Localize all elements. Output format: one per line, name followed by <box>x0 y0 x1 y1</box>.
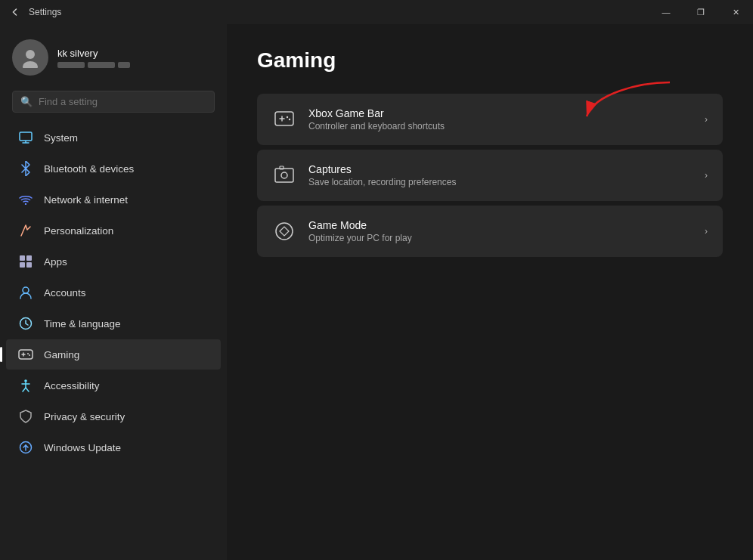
sidebar-item-label-accessibility: Accessibility <box>44 380 100 391</box>
restore-button[interactable]: ❐ <box>683 0 718 24</box>
minimize-button[interactable]: — <box>649 0 683 24</box>
xbox-game-bar-title: Xbox Game Bar <box>308 107 693 119</box>
svg-point-15 <box>27 353 29 354</box>
svg-point-0 <box>26 50 35 59</box>
svg-rect-6 <box>20 255 25 261</box>
xbox-game-bar-icon <box>272 107 296 131</box>
captures-subtitle: Save location, recording preferences <box>308 177 693 187</box>
sidebar-item-system[interactable]: System <box>6 122 221 153</box>
svg-rect-2 <box>20 132 32 141</box>
sidebar-item-privacy[interactable]: Privacy & security <box>6 401 221 432</box>
sidebar-item-network[interactable]: Network & internet <box>6 184 221 215</box>
titlebar-back-button[interactable] <box>9 6 21 18</box>
sidebar-item-accounts[interactable]: Accounts <box>6 277 221 308</box>
accessibility-icon <box>18 378 33 393</box>
svg-point-28 <box>289 119 290 120</box>
user-bar-3 <box>118 62 130 68</box>
accounts-icon <box>18 285 33 300</box>
close-button[interactable]: ✕ <box>718 0 753 24</box>
game-mode-icon <box>272 219 296 243</box>
svg-line-21 <box>26 388 29 391</box>
sidebar-item-label-bluetooth: Bluetooth & devices <box>44 163 134 175</box>
svg-line-20 <box>23 388 26 391</box>
svg-point-31 <box>281 172 287 178</box>
sidebar-item-windows-update[interactable]: Windows Update <box>6 432 221 463</box>
apps-icon <box>18 254 33 269</box>
page-title: Gaming <box>257 48 723 73</box>
titlebar-controls: — ❐ ✕ <box>649 0 753 24</box>
search-box[interactable]: 🔍 <box>12 91 215 113</box>
sidebar-item-bluetooth[interactable]: Bluetooth & devices <box>6 153 221 184</box>
xbox-game-bar-text: Xbox Game Bar Controller and keyboard sh… <box>308 107 693 131</box>
chevron-right-icon: › <box>705 114 708 125</box>
time-icon <box>18 316 33 331</box>
svg-point-10 <box>23 287 29 293</box>
search-input[interactable] <box>39 96 206 107</box>
bluetooth-icon <box>18 161 33 176</box>
user-name: kk silvery <box>57 48 130 59</box>
game-mode-subtitle: Optimize your PC for play <box>308 233 693 243</box>
captures-title: Captures <box>308 163 693 175</box>
sidebar-item-label-personalization: Personalization <box>44 225 113 237</box>
sidebar-item-gaming[interactable]: Gaming <box>6 339 221 370</box>
captures-text: Captures Save location, recording prefer… <box>308 163 693 187</box>
user-bar-1 <box>57 62 85 68</box>
sidebar-item-label-network: Network & internet <box>44 194 128 206</box>
svg-rect-30 <box>275 169 293 182</box>
user-info: kk silvery <box>57 48 130 68</box>
svg-rect-8 <box>20 262 25 268</box>
svg-rect-12 <box>19 350 33 359</box>
main-layout: kk silvery 🔍 <box>0 24 753 560</box>
xbox-game-bar-subtitle: Controller and keyboard shortcuts <box>308 121 693 131</box>
sidebar-item-apps[interactable]: Apps <box>6 246 221 277</box>
sidebar-item-label-gaming: Gaming <box>44 349 79 360</box>
user-bars <box>57 62 130 68</box>
svg-point-1 <box>23 61 38 68</box>
sidebar-item-personalization[interactable]: Personalization <box>6 215 221 246</box>
titlebar-title: Settings <box>29 7 61 17</box>
game-mode-text: Game Mode Optimize your PC for play <box>308 219 693 243</box>
user-profile[interactable]: kk silvery <box>0 24 227 88</box>
settings-card-game-mode[interactable]: Game Mode Optimize your PC for play › <box>257 206 723 257</box>
captures-icon <box>272 163 296 187</box>
windows-update-icon <box>18 440 33 455</box>
avatar <box>12 39 48 76</box>
svg-point-27 <box>287 116 288 118</box>
network-icon <box>18 192 33 207</box>
search-container: 🔍 <box>0 88 227 122</box>
personalization-icon <box>18 223 33 238</box>
sidebar-item-label-accounts: Accounts <box>44 287 86 299</box>
sidebar-item-label-system: System <box>44 132 78 144</box>
user-bar-2 <box>88 62 115 68</box>
content-area: Gaming Xbox Game Bar Controller and keyb… <box>227 24 753 560</box>
search-icon: 🔍 <box>20 96 33 107</box>
settings-card-xbox-game-bar[interactable]: Xbox Game Bar Controller and keyboard sh… <box>257 94 723 145</box>
sidebar-item-accessibility[interactable]: Accessibility <box>6 370 221 401</box>
sidebar-item-time[interactable]: Time & language <box>6 308 221 339</box>
xbox-card-wrapper: Xbox Game Bar Controller and keyboard sh… <box>257 94 723 145</box>
sidebar-nav: System Bluetooth & devices <box>0 122 227 463</box>
sidebar-item-label-windows-update: Windows Update <box>44 442 121 453</box>
sidebar-item-label-apps: Apps <box>44 256 67 268</box>
titlebar: Settings — ❐ ✕ <box>0 0 753 24</box>
chevron-right-icon-3: › <box>705 226 708 237</box>
svg-point-16 <box>29 354 30 356</box>
chevron-right-icon-2: › <box>705 170 708 181</box>
svg-rect-7 <box>26 255 32 261</box>
svg-rect-9 <box>26 262 32 268</box>
settings-card-captures[interactable]: Captures Save location, recording prefer… <box>257 150 723 201</box>
svg-point-33 <box>276 223 293 240</box>
privacy-icon <box>18 409 33 424</box>
svg-point-5 <box>25 203 26 205</box>
sidebar: kk silvery 🔍 <box>0 24 227 560</box>
gaming-icon <box>18 347 33 362</box>
sidebar-item-label-privacy: Privacy & security <box>44 411 125 422</box>
game-mode-title: Game Mode <box>308 219 693 231</box>
sidebar-item-label-time: Time & language <box>44 318 121 330</box>
system-icon <box>18 130 33 145</box>
